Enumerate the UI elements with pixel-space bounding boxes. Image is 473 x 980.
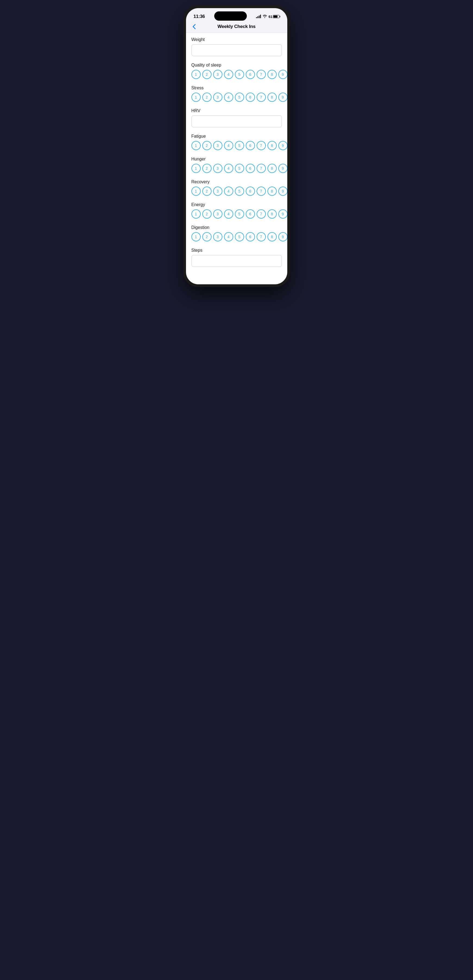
rating-option-recovery-8[interactable]: 8 [268,186,277,196]
input-steps[interactable] [191,255,282,267]
rating-option-quality-of-sleep-8[interactable]: 8 [268,70,277,79]
rating-option-fatigue-7[interactable]: 7 [256,141,266,150]
rating-option-quality-of-sleep-9[interactable]: 9 [278,70,287,79]
rating-option-recovery-6[interactable]: 6 [246,186,255,196]
rating-option-quality-of-sleep-4[interactable]: 4 [224,70,233,79]
page-title: Weekly Check Ins [218,24,255,29]
rating-option-hunger-4[interactable]: 4 [224,164,233,173]
label-recovery: Recovery [191,180,282,185]
rating-option-recovery-7[interactable]: 7 [256,186,266,196]
content-area: WeightQuality of sleep12345678910Stress1… [186,33,287,284]
rating-option-energy-1[interactable]: 1 [191,209,201,219]
section-energy: Energy12345678910 [191,202,282,219]
nav-header: Weekly Check Ins [186,22,287,33]
rating-option-energy-8[interactable]: 8 [268,209,277,219]
rating-option-energy-5[interactable]: 5 [235,209,244,219]
status-icons: 61 [256,14,279,19]
rating-option-energy-7[interactable]: 7 [256,209,266,219]
rating-row-digestion: 12345678910 [191,232,282,242]
rating-option-energy-6[interactable]: 6 [246,209,255,219]
rating-option-quality-of-sleep-2[interactable]: 2 [202,70,212,79]
rating-option-fatigue-2[interactable]: 2 [202,141,212,150]
rating-row-recovery: 12345678910 [191,186,282,196]
rating-option-recovery-3[interactable]: 3 [213,186,222,196]
rating-option-recovery-5[interactable]: 5 [235,186,244,196]
rating-option-stress-9[interactable]: 9 [278,92,287,102]
rating-option-digestion-4[interactable]: 4 [224,232,233,242]
rating-option-hunger-5[interactable]: 5 [235,164,244,173]
label-digestion: Digestion [191,225,282,230]
label-quality-of-sleep: Quality of sleep [191,63,282,68]
rating-option-stress-2[interactable]: 2 [202,92,212,102]
label-hrv: HRV [191,108,282,113]
rating-option-fatigue-6[interactable]: 6 [246,141,255,150]
rating-option-energy-4[interactable]: 4 [224,209,233,219]
status-bar: 11:36 61 [186,8,287,22]
rating-row-hunger: 12345678910 [191,164,282,173]
signal-icon [256,15,261,18]
rating-option-hunger-9[interactable]: 9 [278,164,287,173]
rating-option-digestion-6[interactable]: 6 [246,232,255,242]
battery-icon: 61 [269,15,279,19]
rating-option-energy-3[interactable]: 3 [213,209,222,219]
rating-option-stress-7[interactable]: 7 [256,92,266,102]
section-digestion: Digestion12345678910 [191,225,282,242]
label-energy: Energy [191,202,282,207]
rating-option-fatigue-4[interactable]: 4 [224,141,233,150]
rating-option-recovery-2[interactable]: 2 [202,186,212,196]
rating-option-hunger-7[interactable]: 7 [256,164,266,173]
rating-option-stress-6[interactable]: 6 [246,92,255,102]
phone-screen: 11:36 61 [186,8,287,284]
rating-option-fatigue-9[interactable]: 9 [278,141,287,150]
rating-option-hunger-3[interactable]: 3 [213,164,222,173]
rating-option-hunger-2[interactable]: 2 [202,164,212,173]
rating-option-fatigue-5[interactable]: 5 [235,141,244,150]
battery-percent: 61 [269,15,272,19]
wifi-icon [263,14,267,19]
label-weight: Weight [191,37,282,42]
rating-option-quality-of-sleep-6[interactable]: 6 [246,70,255,79]
rating-option-energy-2[interactable]: 2 [202,209,212,219]
section-quality-of-sleep: Quality of sleep12345678910 [191,63,282,79]
rating-option-recovery-4[interactable]: 4 [224,186,233,196]
rating-option-digestion-8[interactable]: 8 [268,232,277,242]
rating-option-quality-of-sleep-5[interactable]: 5 [235,70,244,79]
rating-option-fatigue-1[interactable]: 1 [191,141,201,150]
label-steps: Steps [191,248,282,253]
rating-option-fatigue-8[interactable]: 8 [268,141,277,150]
rating-option-fatigue-3[interactable]: 3 [213,141,222,150]
dynamic-island [214,11,247,21]
rating-option-stress-1[interactable]: 1 [191,92,201,102]
rating-option-stress-5[interactable]: 5 [235,92,244,102]
rating-option-digestion-1[interactable]: 1 [191,232,201,242]
rating-option-stress-3[interactable]: 3 [213,92,222,102]
rating-option-hunger-6[interactable]: 6 [246,164,255,173]
rating-option-recovery-1[interactable]: 1 [191,186,201,196]
section-recovery: Recovery12345678910 [191,180,282,196]
phone-frame: 11:36 61 [183,5,290,287]
rating-option-digestion-3[interactable]: 3 [213,232,222,242]
rating-option-digestion-2[interactable]: 2 [202,232,212,242]
rating-option-hunger-8[interactable]: 8 [268,164,277,173]
back-button[interactable] [190,23,198,30]
rating-option-quality-of-sleep-7[interactable]: 7 [256,70,266,79]
input-hrv[interactable] [191,115,282,127]
input-weight[interactable] [191,44,282,56]
rating-option-stress-8[interactable]: 8 [268,92,277,102]
rating-option-hunger-1[interactable]: 1 [191,164,201,173]
rating-option-quality-of-sleep-3[interactable]: 3 [213,70,222,79]
rating-option-digestion-9[interactable]: 9 [278,232,287,242]
rating-option-stress-4[interactable]: 4 [224,92,233,102]
rating-row-stress: 12345678910 [191,92,282,102]
rating-option-digestion-7[interactable]: 7 [256,232,266,242]
section-fatigue: Fatigue12345678910 [191,134,282,150]
rating-option-digestion-5[interactable]: 5 [235,232,244,242]
rating-row-quality-of-sleep: 12345678910 [191,70,282,79]
section-hrv: HRV [191,108,282,127]
section-stress: Stress12345678910 [191,86,282,102]
rating-option-quality-of-sleep-1[interactable]: 1 [191,70,201,79]
section-steps: Steps [191,248,282,267]
rating-option-energy-9[interactable]: 9 [278,209,287,219]
label-fatigue: Fatigue [191,134,282,139]
rating-option-recovery-9[interactable]: 9 [278,186,287,196]
